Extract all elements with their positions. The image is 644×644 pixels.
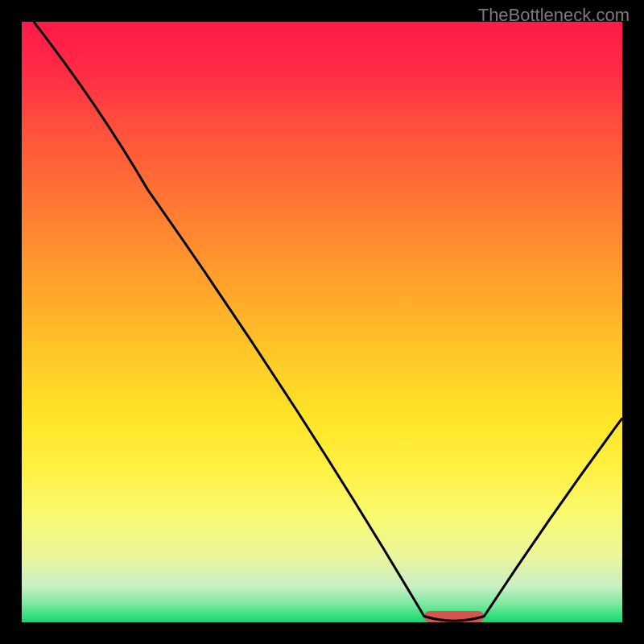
minimum-marker: [424, 611, 485, 622]
watermark-text: TheBottleneck.com: [478, 5, 630, 26]
gradient-plot-area: [22, 22, 622, 622]
